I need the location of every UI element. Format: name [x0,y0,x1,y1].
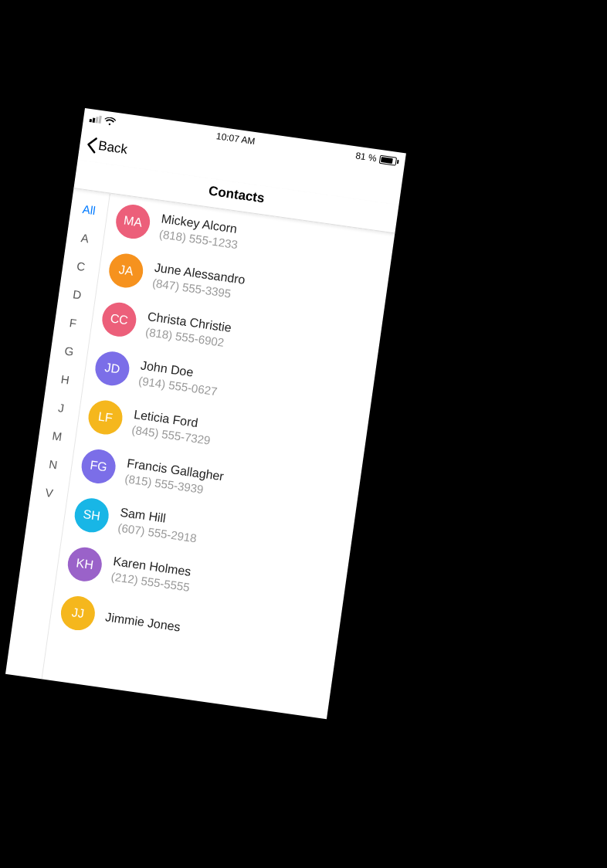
avatar: KH [66,545,104,584]
wifi-icon [103,116,116,126]
sidebar-item-j[interactable]: J [41,391,81,424]
avatar: MA [114,202,152,241]
sidebar-item-n[interactable]: N [33,448,73,481]
avatar: LF [86,398,125,437]
sidebar-item-f[interactable]: F [53,306,93,339]
sidebar-item-c[interactable]: C [61,249,101,283]
signal-icon [90,114,102,124]
contact-info: June Alessandro(847) 555-3395 [151,260,246,301]
sidebar-item-all[interactable]: All [69,193,109,226]
sidebar-item-h[interactable]: H [46,363,86,396]
contact-info: John Doe(914) 555-0627 [137,358,220,398]
sidebar-item-a[interactable]: A [65,222,105,255]
contact-info: Mickey Alcorn(818) 555-1233 [158,212,241,251]
battery-percent: 81 % [355,150,378,164]
back-button[interactable]: Back [85,136,128,158]
battery-icon [379,154,399,165]
contact-info: Karen Holmes(212) 555-5555 [110,554,193,593]
avatar: FG [80,447,118,486]
sidebar-item-m[interactable]: M [37,419,77,453]
sidebar-item-v[interactable]: V [29,476,70,509]
phone-frame: 10:07 AM 81 % Back Contacts AllACDFGHJMN… [5,108,406,719]
sidebar-item-g[interactable]: G [49,334,90,368]
status-time: 10:07 AM [215,131,256,147]
back-label: Back [97,138,128,158]
avatar: JJ [59,594,97,632]
avatar: JA [107,252,145,290]
avatar: JD [93,349,132,388]
avatar: CC [100,300,138,339]
contact-info: Leticia Ford(845) 555-7329 [131,407,214,446]
avatar: SH [73,496,111,534]
chevron-left-icon [85,136,98,154]
body-area: AllACDFGHJMNV MAMickey Alcorn(818) 555-1… [5,188,395,719]
contact-info: Jimmie Jones [104,610,181,634]
contact-info: Francis Gallagher(815) 555-3939 [124,456,225,498]
contact-info: Christa Christie(818) 555-6902 [144,310,232,350]
contact-name: Jimmie Jones [104,610,181,634]
contact-info: Sam Hill(607) 555-2918 [117,505,200,544]
sidebar-item-d[interactable]: D [57,278,97,311]
